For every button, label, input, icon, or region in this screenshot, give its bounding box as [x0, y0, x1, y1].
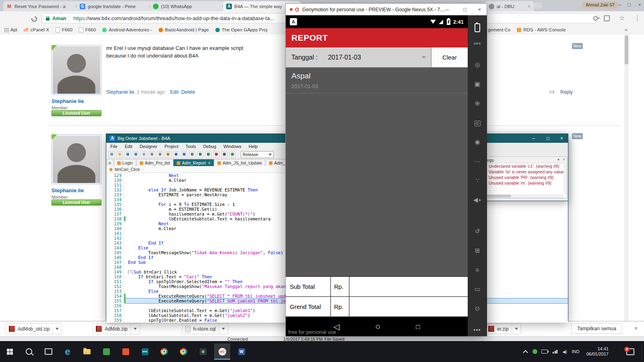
scrollbar-thumb[interactable]: [487, 195, 511, 197]
list-item[interactable]: Aspal 2017-01-03: [286, 68, 468, 93]
bridge-icon[interactable]: [221, 152, 227, 158]
browser-tab[interactable]: MReset Your Password - a×: [3, 1, 81, 11]
bookmark-item[interactable]: cPcPanel X: [24, 27, 49, 32]
post-author-link[interactable]: Stephanie lie: [52, 98, 84, 104]
meta-author-link[interactable]: Stephanie lie: [106, 89, 134, 95]
window-maximize-icon[interactable]: □: [463, 6, 466, 12]
bookmarks-overflow-icon[interactable]: »: [625, 27, 627, 33]
menu-item-tools[interactable]: Tools: [186, 144, 196, 149]
tray-chevron-icon[interactable]: [521, 343, 530, 360]
download-menu-icon[interactable]: [512, 324, 518, 334]
reply-link[interactable]: Reply: [560, 89, 573, 95]
extension-icon[interactable]: [604, 15, 610, 21]
logs-horizontal-scrollbar[interactable]: [487, 194, 564, 198]
bookmark-star-icon[interactable]: ☆: [619, 14, 625, 22]
chevron-down-icon[interactable]: ▾: [557, 157, 559, 162]
tab-close-icon[interactable]: ×: [528, 4, 530, 9]
logs-vertical-scrollbar[interactable]: [564, 163, 567, 194]
scrollbar-thumb[interactable]: [625, 35, 628, 64]
taskbar-start[interactable]: [2, 343, 18, 360]
save-all-icon[interactable]: [133, 152, 139, 158]
taskbar-word[interactable]: W: [233, 343, 250, 360]
taskbar-edge[interactable]: e: [60, 343, 76, 360]
browser-tab[interactable]: (10) WhatsApp×: [150, 1, 228, 11]
download-menu-icon[interactable]: [130, 324, 137, 334]
run-icon[interactable]: [205, 152, 211, 158]
rotate-icon[interactable]: ↺: [468, 228, 487, 235]
tray-network-icon[interactable]: [551, 343, 559, 360]
dialog-icon[interactable]: ···: [468, 158, 487, 165]
more-icon[interactable]: •••: [468, 327, 487, 333]
window-close-icon[interactable]: ×: [560, 136, 563, 141]
new-icon[interactable]: [109, 152, 115, 158]
taskbar-task-view[interactable]: [40, 343, 56, 360]
page-url[interactable]: https://www.b4x.com/android/forum/thread…: [73, 15, 274, 21]
ide-tab-adm_js_list_update[interactable]: Adm_JS_list_Update: [214, 159, 265, 166]
phone-icon[interactable]: ▭: [468, 286, 487, 293]
menu-item-help[interactable]: Help: [249, 144, 258, 149]
taskbar-red-app[interactable]: [118, 343, 134, 360]
bookmark-item[interactable]: Apl: [4, 27, 17, 32]
browser-menu-icon[interactable]: ⋮: [634, 14, 640, 22]
avatar[interactable]: [52, 134, 101, 184]
browser-tab[interactable]: al - DBU×: [485, 1, 534, 11]
delete-link[interactable]: Delete: [181, 89, 195, 95]
page-scrollbar[interactable]: [624, 35, 629, 321]
taskbar-clock[interactable]: 14.4106/01/2017: [583, 343, 609, 360]
save-icon[interactable]: [125, 152, 131, 158]
taskbar-dev-tool[interactable]: [195, 343, 211, 360]
menu-item-debug[interactable]: Debug: [203, 144, 216, 149]
menu-item-project[interactable]: Project: [165, 144, 178, 149]
battery-icon[interactable]: [468, 23, 487, 33]
ide-tab-adm_report[interactable]: Adm_Report×: [173, 159, 214, 166]
taskbar-android-studio[interactable]: [98, 343, 114, 360]
help-icon[interactable]: [229, 152, 235, 158]
menu-item-edit[interactable]: Edit: [125, 144, 132, 149]
menu-item-designer[interactable]: Designer: [140, 144, 157, 149]
window-minimize-icon[interactable]: –: [615, 1, 624, 9]
genymotion-title-bar[interactable]: Genymotion for personal use - PREVIEW - …: [286, 4, 487, 16]
taskbar-chrome[interactable]: [156, 343, 172, 360]
show-all-downloads-button[interactable]: Tampilkan semua: [571, 323, 622, 334]
download-item[interactable]: AdMob_old.zip: [6, 323, 62, 334]
spinner-caret-icon[interactable]: [422, 56, 426, 60]
taskbar-b4a[interactable]: B4A: [137, 343, 153, 360]
copy-icon[interactable]: [157, 152, 163, 158]
ide-tab-adm_pro_list[interactable]: Adm_Pro_list: [136, 159, 173, 166]
tray-app-icon[interactable]: [530, 343, 539, 360]
browser-tab[interactable]: Ggoogle translate - Pene×: [76, 1, 155, 11]
list-icon[interactable]: ≡: [468, 266, 487, 273]
taskbar-chrome-2[interactable]: [175, 343, 192, 360]
menu-item-windows[interactable]: Windows: [223, 144, 242, 149]
window-close-icon[interactable]: ×: [635, 1, 644, 9]
post-author-link[interactable]: Stephanie lie: [52, 187, 84, 193]
tray-volume-icon[interactable]: ◀): [560, 343, 569, 360]
volume-icon[interactable]: ◀+: [468, 196, 487, 204]
password-key-icon[interactable]: [593, 16, 598, 21]
resize-icon[interactable]: ⊕: [468, 100, 487, 107]
ide-tab-login[interactable]: Login: [114, 159, 136, 166]
network-icon[interactable]: ◉: [468, 138, 487, 146]
window-close-icon[interactable]: ×: [478, 6, 481, 12]
menu-item-file[interactable]: File: [110, 144, 118, 149]
cut-icon[interactable]: [149, 152, 155, 158]
avatar[interactable]: [52, 45, 101, 95]
open-icon[interactable]: [117, 152, 123, 158]
tray-battery-icon[interactable]: [540, 343, 549, 360]
date-spinner[interactable]: 2017-01-03: [328, 54, 361, 61]
share-icon[interactable]: ∵: [468, 177, 487, 184]
bookmark-item[interactable]: F660: [79, 27, 96, 33]
logs-panel-header[interactable]: Logs ▾ ×: [487, 157, 567, 163]
stop-icon[interactable]: [213, 152, 219, 158]
ide-tab-n[interactable]: n: [107, 159, 114, 166]
id-icon[interactable]: ID: [468, 119, 487, 126]
multiwindow-icon[interactable]: ⊞: [468, 247, 487, 254]
download-item[interactable]: er.zip: [485, 323, 521, 334]
build-icon[interactable]: [197, 152, 203, 158]
action-center-icon[interactable]: 2: [623, 343, 638, 360]
language-indicator[interactable]: IND: [569, 343, 582, 360]
window-maximize-icon[interactable]: □: [625, 1, 634, 9]
build-config-select[interactable]: Release: [241, 151, 274, 158]
bookmark-item[interactable]: The Open GApps Proj: [215, 27, 267, 32]
browser-profile-chip[interactable]: Ahmad Zaki ST: [582, 2, 618, 8]
